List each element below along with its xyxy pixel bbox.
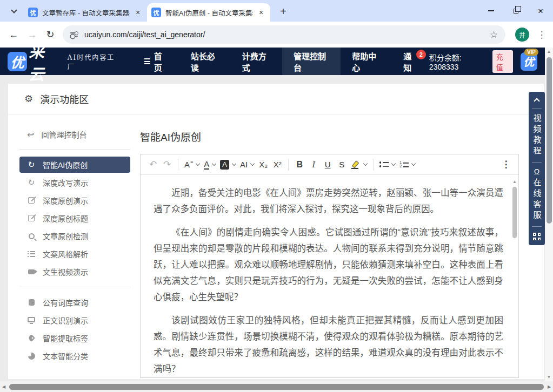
font-color-button[interactable]: A xyxy=(202,157,218,172)
italic-button[interactable]: I xyxy=(307,157,321,172)
sidebar-item-label: 文章原创检测 xyxy=(43,231,88,241)
sidebar-item-deep-original[interactable]: 深度原创演示 xyxy=(19,192,130,208)
subscript-button[interactable]: X₂ xyxy=(256,157,270,172)
scroll-up-icon[interactable]: ▲ xyxy=(545,49,553,54)
close-button[interactable]: × xyxy=(528,0,553,22)
sidebar-item-tag-extraction[interactable]: 智能提取标签 xyxy=(19,330,130,346)
nav-label: 计费方式 xyxy=(242,50,271,73)
editor-content[interactable]: 近期，备受关注的电影《在人间》票房走势突然逆转，赵丽颖、张一山等一众演员遭遇了众… xyxy=(141,175,510,377)
browser-profile-avatar[interactable]: 井 xyxy=(515,28,529,42)
sidebar-item-deep-rewrite[interactable]: ↻ 深度改写演示 xyxy=(19,174,130,191)
content-card: ⚙ 演示功能区 ↩ 回管理控制台 ↻ 智能AI伪原创 ↻ xyxy=(8,84,544,379)
nav-item-home[interactable]: 首页 xyxy=(133,48,179,75)
paragraph[interactable]: 近期，备受关注的电影《在人间》票房走势突然逆转，赵丽颖、张一山等一众演员遭遇了众… xyxy=(154,185,503,217)
superscript-button[interactable]: X² xyxy=(270,157,284,172)
sidebar-item-label: 文本智能分类 xyxy=(43,350,88,361)
tab-ai-rewrite-active[interactable]: 优 智能AI伪原创 - 自动文章采集器 × xyxy=(147,3,270,22)
video-tutorial-button[interactable]: 视频教程 xyxy=(533,114,541,157)
page-viewport: 优 采云 AI时代内容工厂 首页 站长必读 计费方式 管理控制台 帮助中心 xyxy=(0,48,553,392)
vertical-scrollbar[interactable]: ▲ ▼ xyxy=(545,48,553,381)
site-navbar: 优 采云 AI时代内容工厂 首页 站长必读 计费方式 管理控制台 帮助中心 xyxy=(0,48,545,75)
tab-title: 文章暂存库 - 自动文章采集器-优 xyxy=(42,8,130,18)
points-balance: 积分余额: 2308333 xyxy=(429,52,488,71)
bullet-list-button[interactable] xyxy=(377,157,397,172)
scroll-right-icon[interactable]: ▶ xyxy=(545,384,553,389)
sidebar-item-label: 文生视频演示 xyxy=(43,266,88,277)
site-settings-icon[interactable] xyxy=(70,31,78,38)
nav-item-must-read[interactable]: 站长必读 xyxy=(179,48,231,75)
nav-label: 帮助中心 xyxy=(352,50,381,73)
editor-toolbar: ↶ ↷ A≡ A A xyxy=(141,154,518,175)
sidebar-item-style-analysis[interactable]: 文案风格解析 xyxy=(19,246,130,262)
new-tab-button[interactable]: + xyxy=(276,4,291,19)
strikethrough-button[interactable]: S xyxy=(335,157,349,172)
sidebar-item-text-classification[interactable]: 文本智能分类 xyxy=(19,348,130,364)
editor-scrollbar-thumb[interactable] xyxy=(512,187,517,238)
divider xyxy=(178,159,178,171)
chevron-down-icon xyxy=(196,161,200,166)
bold-button[interactable]: B xyxy=(292,157,307,172)
nav-item-console[interactable]: 管理控制台 xyxy=(282,48,341,75)
nav-item-pricing[interactable]: 计费方式 xyxy=(231,48,282,75)
horizontal-scrollbar[interactable]: ◀ ▶ xyxy=(0,381,553,392)
sidebar-item-deep-title[interactable]: 深度原创标题 xyxy=(19,210,130,226)
list-icon xyxy=(144,58,150,64)
scroll-left-icon[interactable]: ◀ xyxy=(0,384,8,389)
divider xyxy=(373,159,374,171)
highlight-button[interactable] xyxy=(349,157,369,172)
nav-item-notifications[interactable]: 通知 2 xyxy=(392,48,429,75)
sidebar-item-label: 文案风格解析 xyxy=(43,248,88,259)
sidebar-item-originality-check[interactable]: 文章原创检测 xyxy=(19,228,130,244)
notification-badge: 2 xyxy=(416,50,426,59)
main-content: 智能AI伪原创 ↶ ↷ A≡ A xyxy=(140,115,519,379)
redo-button[interactable]: ↷ xyxy=(160,157,174,172)
online-service-button[interactable]: 在线客服 xyxy=(533,178,541,221)
floating-side-panel: 视频教程 Ω 在线客服 xyxy=(529,92,545,245)
sidebar-item-text-to-video[interactable]: 文生视频演示 xyxy=(19,263,130,280)
recharge-button[interactable]: 充值 xyxy=(492,50,513,73)
horizontal-scrollbar-thumb[interactable] xyxy=(9,384,544,390)
paragraph[interactable]: 该剧试图效仿王家卫的独特风格，但却未能真正把握其精髓，反而让人感到更加困惑。剧情… xyxy=(154,312,503,377)
tab-strip: 优 文章暂存库 - 自动文章采集器-优 × 优 智能AI伪原创 - 自动文章采集… xyxy=(0,0,553,22)
editor-scroll-up-icon[interactable]: ▲ xyxy=(512,179,517,184)
tab-search-button[interactable] xyxy=(6,4,22,19)
ordered-list-button[interactable] xyxy=(397,157,417,172)
chevron-up-icon[interactable] xyxy=(534,98,539,104)
scroll-down-icon[interactable]: ▼ xyxy=(545,375,553,380)
address-bar[interactable]: ucaiyun.com/caiji/test_ai_generator/ ☆ xyxy=(63,25,505,44)
nav-label: 通知 xyxy=(403,50,418,73)
sidebar-back-to-console[interactable]: ↩ 回管理控制台 xyxy=(19,127,130,142)
paragraph[interactable]: 《在人间》的剧情走向确实令人困惑。它试图通过所谓的“意识流”技巧来叙述故事，但呈… xyxy=(154,224,503,305)
underline-button[interactable]: U xyxy=(321,157,335,172)
sidebar-item-body-recognition[interactable]: 正文识别演示 xyxy=(19,312,130,328)
site-logo-icon[interactable]: 优 xyxy=(8,52,27,71)
minimize-button[interactable] xyxy=(478,0,503,22)
bookmark-star-icon[interactable]: ☆ xyxy=(490,29,498,40)
back-button[interactable]: ← xyxy=(4,25,23,44)
close-tab-button[interactable]: × xyxy=(256,8,266,17)
browser-menu-button[interactable]: ⋮ xyxy=(535,29,549,40)
tab-article-store[interactable]: 优 文章暂存库 - 自动文章采集器-优 × xyxy=(24,3,147,22)
line-height-button[interactable]: AI xyxy=(238,157,256,172)
qr-code-icon[interactable] xyxy=(533,233,541,240)
vertical-scrollbar-thumb[interactable] xyxy=(547,57,552,224)
divider xyxy=(532,109,542,109)
undo-button[interactable]: ↶ xyxy=(146,157,160,172)
bg-color-button[interactable]: A xyxy=(218,157,238,172)
font-size-button[interactable]: A≡ xyxy=(182,157,202,172)
window-controls: × xyxy=(478,0,553,22)
sidebar-item-ai-rewrite[interactable]: ↻ 智能AI伪原创 xyxy=(19,157,130,173)
nav-item-help[interactable]: 帮助中心 xyxy=(341,48,392,75)
site-logo-text[interactable]: 采云 xyxy=(29,39,61,84)
sidebar-item-public-lexicon[interactable]: 公有词库查询 xyxy=(19,294,130,310)
restore-button[interactable] xyxy=(503,0,528,22)
pie-chart-icon xyxy=(27,353,36,360)
nav-label: 站长必读 xyxy=(191,50,219,73)
font-size-lines-icon: ≡ xyxy=(190,159,193,165)
card-body: ↩ 回管理控制台 ↻ 智能AI伪原创 ↻ 深度改写演示 深度原创演示 xyxy=(8,115,544,379)
page-title: 演示功能区 xyxy=(40,92,89,106)
sidebar-item-label: 正文识别演示 xyxy=(43,315,88,326)
close-tab-button[interactable]: × xyxy=(133,8,143,17)
url-text[interactable]: ucaiyun.com/caiji/test_ai_generator/ xyxy=(84,30,490,39)
more-options-button[interactable]: ⋮ xyxy=(499,157,513,172)
